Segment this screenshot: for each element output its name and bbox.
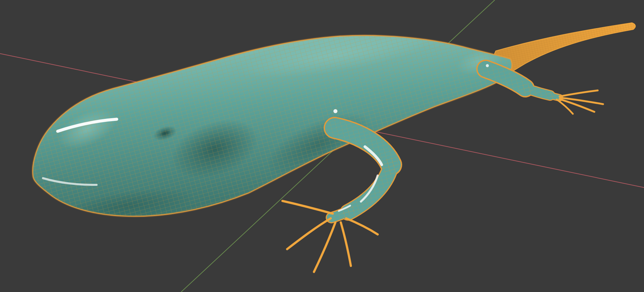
specular-belly-dot (333, 109, 337, 113)
specular-hip-dot (486, 64, 489, 67)
3d-viewport[interactable] (0, 0, 644, 292)
hind-foot-wireframe (550, 95, 559, 98)
viewport-canvas (0, 0, 644, 292)
